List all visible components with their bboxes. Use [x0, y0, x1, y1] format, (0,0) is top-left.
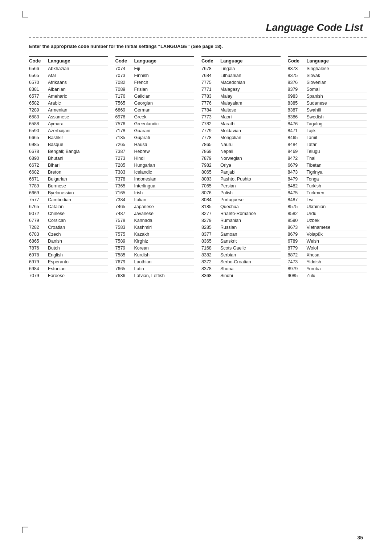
- cell-code: 7384: [115, 197, 134, 202]
- cell-language: Rumanian: [220, 218, 241, 223]
- cell-language: Moldavian: [220, 128, 241, 133]
- cell-code: 6869: [115, 108, 134, 113]
- cell-language: Afrikaans: [48, 80, 67, 85]
- table-row: 8185Quechua: [201, 203, 281, 210]
- table-row: 8277Rhaeto-Romance: [201, 210, 281, 217]
- cell-language: Serbo-Croatian: [220, 259, 251, 264]
- cell-language: Catalan: [48, 204, 64, 209]
- cell-code: 8065: [201, 170, 220, 175]
- cell-code: 8279: [201, 218, 220, 223]
- cell-language: Vietnamese: [307, 225, 331, 230]
- table-row: 6669Byelorussian: [29, 190, 108, 197]
- cell-language: Armenian: [48, 108, 68, 113]
- cell-language: Wolof: [307, 246, 318, 251]
- cell-code: 8387: [288, 108, 307, 113]
- cell-language: Hebrew: [134, 149, 150, 154]
- cell-code: 6566: [29, 66, 48, 71]
- table-row: 8473Tigrinya: [288, 169, 367, 176]
- cell-code: 6590: [29, 128, 48, 133]
- cell-code: 6588: [29, 121, 48, 126]
- table-row: 7879Norwegian: [201, 155, 281, 162]
- table-row: 6779Corsican: [29, 217, 108, 224]
- cell-language: Bihari: [48, 163, 60, 168]
- cell-code: 8373: [288, 66, 307, 71]
- table-row: 7773Maori: [201, 114, 281, 121]
- cell-language: Maltese: [220, 108, 236, 113]
- cell-code: 8479: [288, 177, 307, 182]
- table-row: 8084Portuguese: [201, 197, 281, 203]
- cell-language: Bashkir: [48, 135, 63, 140]
- table-row: 7679Laothian: [115, 259, 195, 266]
- table-row: 8476Tagalog: [288, 121, 367, 127]
- cell-language: Dutch: [48, 246, 60, 251]
- cell-language: Volapük: [307, 232, 323, 237]
- cell-language: Swedish: [307, 114, 324, 119]
- cell-language: Tonga: [307, 177, 319, 182]
- col-header-3: CodeLanguage: [201, 57, 281, 65]
- cell-code: 7665: [115, 266, 134, 271]
- table-row: 8475Turkmen: [288, 190, 367, 197]
- cell-language: Marathi: [220, 121, 236, 126]
- table-row: 8379Somali: [288, 86, 367, 93]
- table-row: 7176Galician: [115, 93, 195, 100]
- table-row: 7487Javanese: [115, 210, 195, 217]
- table-row: 7082French: [115, 79, 195, 86]
- table-row: 7576Greenlandic: [115, 121, 195, 127]
- table-row: 6577Ameharic: [29, 93, 108, 100]
- cell-language: Lingala: [220, 66, 235, 71]
- column-group-3: CodeLanguage7678Lingala7684Lithuanian777…: [201, 56, 281, 279]
- table-row: 7575Kazakh: [115, 231, 195, 238]
- column-group-1: CodeLanguage6566Abkhazian6565Afar6570Afr…: [29, 56, 108, 279]
- cell-language: Burmese: [48, 183, 66, 189]
- table-row: 7185Gujarati: [115, 134, 195, 141]
- cell-code: 7073: [115, 73, 134, 78]
- cell-code: 8277: [201, 211, 220, 216]
- table-row: 6869German: [115, 107, 195, 114]
- cell-language: Javanese: [134, 211, 154, 216]
- cell-language: Japanese: [134, 204, 154, 209]
- table-row: 7289Armenian: [29, 107, 108, 114]
- table-row: 6979Esperanto: [29, 259, 108, 266]
- cell-language: German: [134, 108, 151, 113]
- cell-language: Latin: [134, 266, 144, 271]
- cell-code: 7679: [115, 259, 134, 264]
- table-row: 7178Guarani: [115, 127, 195, 134]
- col-header-language-4: Language: [307, 58, 329, 64]
- cell-language: Tibetan: [307, 163, 322, 168]
- table-row: 8382Serbian: [201, 252, 281, 259]
- table-row: 8471Tajik: [288, 127, 367, 134]
- cell-language: Samoan: [220, 232, 237, 237]
- cell-language: Albanian: [48, 87, 66, 92]
- cell-code: 7487: [115, 211, 134, 216]
- table-row: 7165Irish: [115, 190, 195, 197]
- cell-code: 6577: [29, 94, 48, 99]
- table-row: 8679Volapük: [288, 231, 367, 238]
- table-row: 7865Nauru: [201, 141, 281, 148]
- cell-language: Arabic: [48, 101, 61, 106]
- table-row: 7273Hindi: [115, 155, 195, 162]
- table-row: 6590Azerbaijani: [29, 127, 108, 134]
- cell-code: 6789: [288, 239, 307, 244]
- cell-code: 6669: [29, 190, 48, 195]
- table-row: 7065Persian: [201, 183, 281, 190]
- cell-code: 8979: [288, 266, 307, 271]
- cell-code: 8084: [201, 197, 220, 202]
- cell-language: Spanish: [307, 94, 323, 99]
- table-row: 6588Aymara: [29, 121, 108, 127]
- cell-code: 6976: [115, 114, 134, 119]
- table-row: 7578Kannada: [115, 217, 195, 224]
- cell-language: Norwegian: [220, 156, 242, 161]
- cell-code: 7589: [115, 239, 134, 244]
- cell-code: 6679: [288, 163, 307, 168]
- cell-language: Bhutani: [48, 156, 63, 161]
- table-row: 7473Yiddish: [288, 259, 367, 266]
- table-row: 7384Italian: [115, 197, 195, 203]
- cell-code: 8378: [201, 266, 220, 271]
- cell-code: 6984: [29, 266, 48, 271]
- table-row: 9085Zulu: [288, 272, 367, 279]
- cell-code: 7383: [115, 170, 134, 175]
- cell-code: 6979: [29, 259, 48, 264]
- cell-code: 8368: [201, 273, 220, 278]
- col-separator: [281, 56, 288, 279]
- cell-language: Tatar: [307, 142, 317, 147]
